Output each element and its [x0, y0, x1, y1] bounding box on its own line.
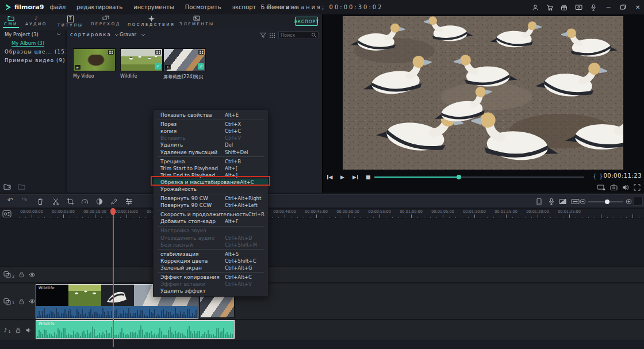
context-menu-item[interactable]: Эффект вставки Ctrl+Alt+V — [154, 281, 268, 287]
context-menu-item[interactable]: Удалить Del — [154, 141, 268, 148]
split-scissors-icon[interactable] — [52, 198, 59, 205]
tab-transition[interactable]: ПЕРЕХОД — [91, 16, 121, 26]
stop-button[interactable]: ■ — [366, 174, 371, 180]
mark-in-icon[interactable]: { — [593, 173, 596, 179]
context-menu-item[interactable]: Повернуть 90 CCW Ctrl+Alt+Left — [154, 202, 268, 209]
snapshot-camera-icon[interactable] — [610, 184, 618, 191]
redo-icon[interactable]: ↷ — [22, 196, 28, 204]
context-menu-item[interactable] — [158, 210, 264, 210]
context-menu-item[interactable] — [158, 120, 264, 120]
context-menu-item[interactable]: Удалить эффект — [154, 287, 268, 294]
context-menu-item[interactable]: Отсоединить аудио Ctrl+Alt+D — [154, 235, 268, 241]
filter-icon[interactable] — [260, 32, 266, 39]
render-preview-icon[interactable] — [559, 198, 566, 205]
restore-button[interactable] — [620, 4, 626, 10]
sidebar-item-my-album[interactable]: My Album (3) — [0, 39, 66, 47]
tab-audio[interactable]: ♪ АУДИО — [25, 16, 47, 26]
context-menu-item[interactable]: Повернуть 90 CW Ctrl+Alt+Right — [154, 195, 268, 202]
context-menu-item[interactable] — [158, 226, 264, 227]
context-menu-item[interactable]: копия Ctrl+C — [154, 128, 268, 135]
fit-timeline-icon[interactable] — [571, 198, 580, 205]
progress-handle[interactable] — [457, 175, 461, 179]
screen-record-icon[interactable] — [575, 4, 582, 11]
delete-icon[interactable] — [37, 198, 44, 205]
context-menu-item[interactable] — [158, 272, 264, 273]
context-menu-item[interactable]: стабилизация Alt+S — [154, 251, 268, 258]
timeline-ruler[interactable]: 00:00:00:00 00:00:05:00 00:00:10:00 00:0… — [0, 209, 644, 219]
tab-effects[interactable]: ПОСЛЕДСТВИЯ — [128, 16, 175, 27]
context-menu-item[interactable]: Эффект копирования Ctrl+Alt+C — [154, 274, 268, 281]
grid-view-icon[interactable] — [269, 32, 275, 39]
mark-out-icon[interactable]: } — [599, 173, 603, 179]
screen-size-icon[interactable] — [597, 184, 605, 191]
speaker-icon[interactable] — [25, 327, 32, 333]
playback-progress-slider[interactable] — [374, 177, 584, 178]
context-menu-item[interactable]: Добавить стоп-кадр Alt+F — [154, 218, 268, 225]
sidebar-item-sample-colors[interactable]: Образцы цве... (15) — [0, 47, 66, 56]
sidebar-project-dropdown[interactable]: My Project (3) — [0, 30, 66, 39]
crop-icon[interactable] — [67, 198, 74, 205]
export-button[interactable]: ЭКСПОРТ — [295, 17, 318, 26]
marker-pen-icon[interactable] — [110, 198, 118, 205]
menu-file[interactable]: файл — [49, 4, 66, 10]
sidebar-item-sample-video[interactable]: Примеры видео (9) — [0, 56, 66, 64]
context-menu-item[interactable]: Удаление пульсаций Shift+Del — [154, 148, 268, 155]
zoom-slider-handle[interactable] — [605, 200, 610, 204]
menu-edit[interactable]: редактировать — [76, 4, 122, 10]
zoom-in-icon[interactable] — [626, 198, 632, 205]
eye-icon[interactable] — [29, 272, 36, 278]
speed-icon[interactable] — [81, 198, 89, 205]
fullscreen-icon[interactable] — [634, 184, 641, 191]
context-menu-item[interactable]: Показать свойства Alt+E — [154, 112, 268, 118]
menu-tools[interactable]: инструменты — [133, 4, 174, 10]
video-track-2-row[interactable]: 2 — [0, 266, 644, 283]
cart-icon[interactable] — [546, 4, 553, 11]
lock-icon[interactable] — [18, 271, 25, 278]
context-menu-item[interactable]: Безгласный Ctrl+Shift+M — [154, 241, 268, 248]
context-menu-item[interactable]: Настройка звука — [154, 227, 268, 234]
context-menu-item[interactable] — [158, 249, 264, 250]
context-menu-item[interactable]: Зеленый экран Ctrl+Alt+G — [154, 264, 268, 271]
gift-box-icon[interactable] — [561, 4, 568, 11]
tab-elements[interactable]: ЭЛЕМЕНТЫ — [179, 16, 214, 26]
mixer-icon[interactable] — [125, 198, 133, 205]
microphone-icon[interactable] — [590, 4, 597, 11]
phone-icon[interactable] — [536, 198, 542, 206]
menu-view[interactable]: Посмотреть — [185, 4, 221, 10]
folder-icon[interactable] — [18, 183, 26, 190]
media-clip-wildlife[interactable]: ✓ Wildlife — [120, 48, 163, 79]
lock-icon[interactable] — [15, 327, 21, 333]
context-menu-item[interactable]: Коррекция цвета Ctrl+Shift+C — [154, 258, 268, 264]
volume-icon[interactable] — [622, 184, 629, 191]
menu-export[interactable]: экспорт — [232, 4, 256, 10]
context-menu-item[interactable]: Trim Start to Playhead Alt+[ — [154, 165, 268, 172]
add-folder-icon[interactable] — [3, 183, 12, 190]
context-menu-item[interactable]: Трещина Ctrl+B — [154, 158, 268, 165]
playhead-handle[interactable] — [110, 208, 116, 215]
context-menu-item[interactable] — [158, 194, 264, 194]
context-menu-item[interactable]: Скорость и продолжительность Ctrl+R — [154, 211, 268, 218]
account-icon[interactable] — [532, 4, 539, 11]
context-menu-item[interactable] — [158, 156, 264, 157]
voiceover-mic-icon[interactable] — [548, 198, 555, 206]
sort-dropdown[interactable]: сортировка — [70, 32, 119, 37]
group-dropdown[interactable]: Gravar — [120, 32, 145, 37]
context-menu-item[interactable]: Вставить Ctrl+V — [154, 135, 268, 141]
lock-icon[interactable] — [18, 298, 25, 305]
close-button[interactable]: × — [634, 3, 642, 11]
media-clip-my-video[interactable]: ▶ My Video — [73, 48, 116, 79]
zoom-out-icon[interactable] — [580, 198, 586, 205]
timeline-zoom-slider[interactable] — [588, 201, 623, 202]
context-menu-item[interactable]: Порез Ctrl+X — [154, 121, 268, 128]
search-icon[interactable] — [311, 32, 317, 38]
minimize-button[interactable]: − — [604, 3, 612, 11]
playhead[interactable] — [113, 209, 114, 347]
play-button[interactable]: ▶ — [340, 174, 344, 180]
undo-icon[interactable]: ↶ — [7, 196, 13, 204]
context-menu-item[interactable]: Урожайность — [154, 186, 268, 193]
search-input[interactable] — [279, 33, 311, 38]
color-icon[interactable] — [96, 198, 103, 205]
timeline-audio-clip-wildlife[interactable]: Wildlife — [36, 320, 235, 339]
eye-icon[interactable] — [29, 298, 36, 304]
previous-frame-button[interactable]: ◀ — [327, 174, 332, 180]
